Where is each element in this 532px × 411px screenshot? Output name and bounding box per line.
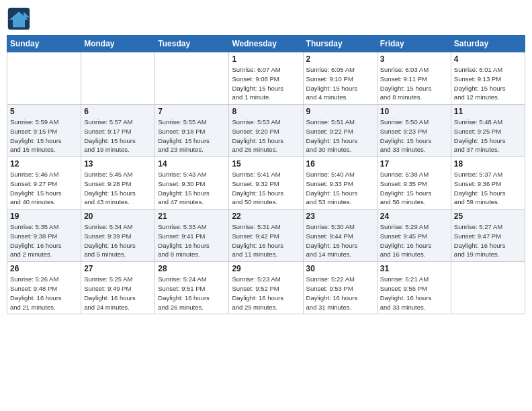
day-info: Sunrise: 5:46 AM Sunset: 9:27 PM Dayligh… [10,170,78,207]
day-number: 5 [10,107,78,116]
day-info: Sunrise: 6:03 AM Sunset: 9:11 PM Dayligh… [380,65,448,102]
calendar-week-2: 5Sunrise: 5:59 AM Sunset: 9:15 PM Daylig… [7,105,525,157]
calendar-cell: 5Sunrise: 5:59 AM Sunset: 9:15 PM Daylig… [7,105,81,157]
day-number: 15 [232,159,300,169]
day-info: Sunrise: 5:41 AM Sunset: 9:32 PM Dayligh… [232,170,300,207]
day-info: Sunrise: 5:23 AM Sunset: 9:52 PM Dayligh… [232,275,300,312]
day-info: Sunrise: 6:07 AM Sunset: 9:08 PM Dayligh… [232,65,300,102]
calendar-cell: 11Sunrise: 5:48 AM Sunset: 9:25 PM Dayli… [451,105,525,157]
day-number: 20 [84,212,152,221]
calendar-cell: 2Sunrise: 6:05 AM Sunset: 9:10 PM Daylig… [303,52,377,105]
day-header-thursday: Thursday [303,36,377,52]
calendar-header: SundayMondayTuesdayWednesdayThursdayFrid… [7,36,525,52]
day-number: 29 [232,264,300,273]
calendar-cell: 4Sunrise: 6:01 AM Sunset: 9:13 PM Daylig… [451,52,525,105]
calendar-cell: 8Sunrise: 5:53 AM Sunset: 9:20 PM Daylig… [229,105,303,157]
calendar-cell: 17Sunrise: 5:38 AM Sunset: 9:35 PM Dayli… [377,157,451,210]
day-number: 8 [232,107,300,116]
calendar-cell: 6Sunrise: 5:57 AM Sunset: 9:17 PM Daylig… [81,105,155,157]
day-info: Sunrise: 5:43 AM Sunset: 9:30 PM Dayligh… [158,170,226,207]
day-info: Sunrise: 5:40 AM Sunset: 9:33 PM Dayligh… [306,170,374,207]
calendar-cell: 1Sunrise: 6:07 AM Sunset: 9:08 PM Daylig… [229,52,303,105]
day-header-monday: Monday [81,36,155,52]
day-number: 27 [84,264,152,273]
day-number: 30 [306,264,374,273]
day-header-saturday: Saturday [451,36,525,52]
calendar-body: 1Sunrise: 6:07 AM Sunset: 9:08 PM Daylig… [7,52,525,314]
day-header-wednesday: Wednesday [229,36,303,52]
day-number: 26 [10,264,78,273]
day-number: 9 [306,107,374,116]
day-number: 31 [380,264,448,273]
calendar-cell: 22Sunrise: 5:31 AM Sunset: 9:42 PM Dayli… [229,210,303,262]
day-info: Sunrise: 5:51 AM Sunset: 9:22 PM Dayligh… [306,118,374,154]
day-header-friday: Friday [377,36,451,52]
day-number: 17 [380,159,448,169]
day-info: Sunrise: 5:27 AM Sunset: 9:47 PM Dayligh… [454,222,522,259]
day-info: Sunrise: 5:21 AM Sunset: 9:55 PM Dayligh… [380,275,448,312]
day-info: Sunrise: 5:34 AM Sunset: 9:39 PM Dayligh… [84,222,152,259]
day-info: Sunrise: 5:33 AM Sunset: 9:41 PM Dayligh… [158,222,226,259]
day-header-sunday: Sunday [7,36,81,52]
day-info: Sunrise: 5:30 AM Sunset: 9:44 PM Dayligh… [306,222,374,259]
calendar-cell: 26Sunrise: 5:26 AM Sunset: 9:48 PM Dayli… [7,262,81,314]
day-number: 1 [232,54,300,64]
day-number: 11 [454,107,522,116]
calendar-cell: 31Sunrise: 5:21 AM Sunset: 9:55 PM Dayli… [377,262,451,314]
calendar-cell [7,52,81,105]
day-number: 4 [454,54,522,64]
day-number: 6 [84,107,152,116]
day-info: Sunrise: 5:31 AM Sunset: 9:42 PM Dayligh… [232,222,300,259]
day-number: 23 [306,212,374,221]
day-info: Sunrise: 5:29 AM Sunset: 9:45 PM Dayligh… [380,222,448,259]
day-info: Sunrise: 5:22 AM Sunset: 9:53 PM Dayligh… [306,275,374,312]
day-number: 7 [158,107,226,116]
calendar-cell: 15Sunrise: 5:41 AM Sunset: 9:32 PM Dayli… [229,157,303,210]
calendar-week-1: 1Sunrise: 6:07 AM Sunset: 9:08 PM Daylig… [7,52,525,105]
day-number: 16 [306,159,374,169]
calendar-cell [81,52,155,105]
calendar-cell: 13Sunrise: 5:45 AM Sunset: 9:28 PM Dayli… [81,157,155,210]
day-info: Sunrise: 5:48 AM Sunset: 9:25 PM Dayligh… [454,118,522,154]
day-info: Sunrise: 6:01 AM Sunset: 9:13 PM Dayligh… [454,65,522,102]
calendar-cell: 30Sunrise: 5:22 AM Sunset: 9:53 PM Dayli… [303,262,377,314]
calendar-cell: 9Sunrise: 5:51 AM Sunset: 9:22 PM Daylig… [303,105,377,157]
day-info: Sunrise: 5:45 AM Sunset: 9:28 PM Dayligh… [84,170,152,207]
day-number: 14 [158,159,226,169]
day-number: 2 [306,54,374,64]
day-number: 3 [380,54,448,64]
calendar-cell: 19Sunrise: 5:35 AM Sunset: 9:38 PM Dayli… [7,210,81,262]
day-info: Sunrise: 5:37 AM Sunset: 9:36 PM Dayligh… [454,170,522,207]
calendar-cell: 28Sunrise: 5:24 AM Sunset: 9:51 PM Dayli… [155,262,229,314]
calendar-cell: 10Sunrise: 5:50 AM Sunset: 9:23 PM Dayli… [377,105,451,157]
calendar-cell: 27Sunrise: 5:25 AM Sunset: 9:49 PM Dayli… [81,262,155,314]
day-info: Sunrise: 5:24 AM Sunset: 9:51 PM Dayligh… [158,275,226,312]
day-info: Sunrise: 5:53 AM Sunset: 9:20 PM Dayligh… [232,118,300,154]
calendar-cell: 21Sunrise: 5:33 AM Sunset: 9:41 PM Dayli… [155,210,229,262]
day-number: 28 [158,264,226,273]
day-header-tuesday: Tuesday [155,36,229,52]
calendar-cell: 24Sunrise: 5:29 AM Sunset: 9:45 PM Dayli… [377,210,451,262]
day-number: 18 [454,159,522,169]
calendar-cell: 16Sunrise: 5:40 AM Sunset: 9:33 PM Dayli… [303,157,377,210]
calendar-week-3: 12Sunrise: 5:46 AM Sunset: 9:27 PM Dayli… [7,157,525,210]
calendar-cell: 7Sunrise: 5:55 AM Sunset: 9:18 PM Daylig… [155,105,229,157]
day-number: 10 [380,107,448,116]
day-info: Sunrise: 5:59 AM Sunset: 9:15 PM Dayligh… [10,118,78,154]
calendar-cell [155,52,229,105]
calendar-cell: 12Sunrise: 5:46 AM Sunset: 9:27 PM Dayli… [7,157,81,210]
calendar-week-4: 19Sunrise: 5:35 AM Sunset: 9:38 PM Dayli… [7,210,525,262]
page-header [7,7,525,31]
calendar-cell: 23Sunrise: 5:30 AM Sunset: 9:44 PM Dayli… [303,210,377,262]
day-info: Sunrise: 5:26 AM Sunset: 9:48 PM Dayligh… [10,275,78,312]
day-number: 12 [10,159,78,169]
day-info: Sunrise: 5:38 AM Sunset: 9:35 PM Dayligh… [380,170,448,207]
day-number: 13 [84,159,152,169]
day-number: 19 [10,212,78,221]
day-info: Sunrise: 5:25 AM Sunset: 9:49 PM Dayligh… [84,275,152,312]
logo-icon [7,7,31,31]
calendar-cell: 20Sunrise: 5:34 AM Sunset: 9:39 PM Dayli… [81,210,155,262]
calendar-cell: 29Sunrise: 5:23 AM Sunset: 9:52 PM Dayli… [229,262,303,314]
day-number: 21 [158,212,226,221]
day-number: 22 [232,212,300,221]
